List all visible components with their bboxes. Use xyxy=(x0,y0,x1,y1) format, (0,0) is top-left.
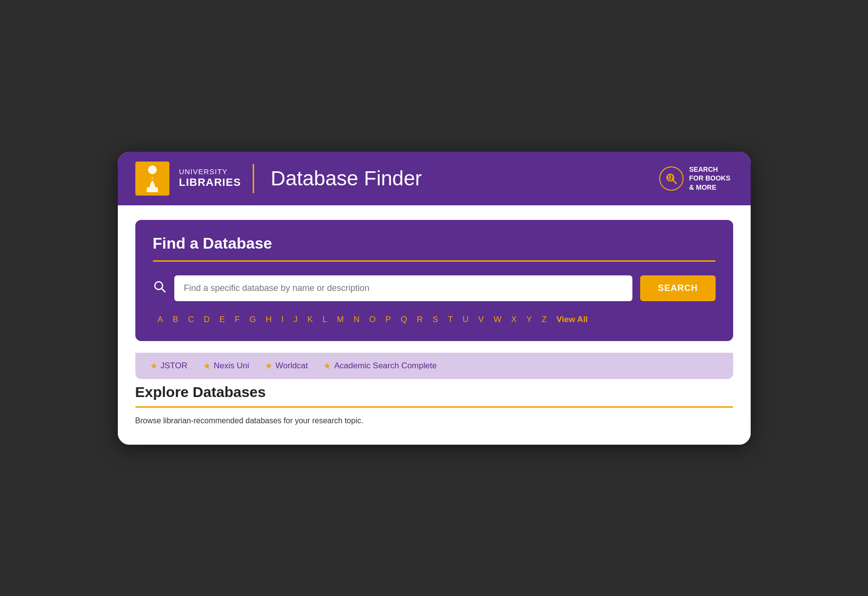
featured-item-label: Worldcat xyxy=(276,361,308,371)
alpha-letter-W[interactable]: W xyxy=(489,313,506,326)
svg-line-2 xyxy=(673,180,676,183)
alpha-letter-G[interactable]: G xyxy=(244,313,260,326)
star-icon: ★ xyxy=(203,361,211,371)
university-logo xyxy=(135,162,169,196)
alpha-letter-D[interactable]: D xyxy=(199,313,214,326)
find-db-divider xyxy=(153,260,716,262)
featured-item-label: Nexis Uni xyxy=(214,361,249,371)
alpha-letter-L[interactable]: L xyxy=(318,313,332,326)
page-title: Database Finder xyxy=(271,167,422,190)
featured-bar: ★JSTOR★Nexis Uni★Worldcat★Academic Searc… xyxy=(135,353,733,379)
main-content: Find a Database SEARCH ABCDEFGHIJKLMNOPQ… xyxy=(118,205,751,445)
university-name-block: UNIVERSITY LIBRARIES xyxy=(179,167,241,189)
alpha-letter-A[interactable]: A xyxy=(153,313,168,326)
alpha-letter-I[interactable]: I xyxy=(277,313,289,326)
svg-rect-5 xyxy=(672,177,673,180)
explore-section: Explore Databases Browse librarian-recom… xyxy=(135,384,733,425)
university-line2: LIBRARIES xyxy=(179,176,241,189)
explore-description: Browse librarian-recommended databases f… xyxy=(135,416,733,425)
alpha-letter-B[interactable]: B xyxy=(168,313,183,326)
find-db-title: Find a Database xyxy=(153,235,716,253)
alpha-letter-J[interactable]: J xyxy=(289,313,303,326)
site-header: UNIVERSITY LIBRARIES Database Finder xyxy=(118,152,751,205)
svg-point-6 xyxy=(155,282,163,289)
alpha-letter-T[interactable]: T xyxy=(443,313,458,326)
header-left: UNIVERSITY LIBRARIES Database Finder xyxy=(135,162,422,196)
svg-rect-3 xyxy=(667,176,668,180)
star-icon: ★ xyxy=(150,361,158,371)
search-button[interactable]: SEARCH xyxy=(640,275,715,301)
alpha-letter-N[interactable]: N xyxy=(349,313,364,326)
alpha-letter-H[interactable]: H xyxy=(261,313,277,326)
search-books-icon xyxy=(659,166,683,191)
search-input[interactable] xyxy=(174,275,633,301)
header-right: SEARCH FOR BOOKS & MORE xyxy=(659,165,733,192)
svg-line-7 xyxy=(162,289,165,292)
alpha-letter-Z[interactable]: Z xyxy=(537,313,552,326)
alpha-letter-P[interactable]: P xyxy=(381,313,396,326)
alpha-letter-K[interactable]: K xyxy=(302,313,317,326)
explore-title: Explore Databases xyxy=(135,384,733,400)
alpha-letter-O[interactable]: O xyxy=(365,313,381,326)
svg-point-0 xyxy=(148,165,157,174)
header-divider xyxy=(253,164,254,193)
university-line1: UNIVERSITY xyxy=(179,167,228,176)
search-books-label[interactable]: SEARCH FOR BOOKS & MORE xyxy=(689,165,733,192)
alpha-letter-M[interactable]: M xyxy=(332,313,349,326)
alpha-letter-E[interactable]: E xyxy=(215,313,230,326)
featured-item-nexis-uni[interactable]: ★Nexis Uni xyxy=(203,361,249,371)
featured-item-worldcat[interactable]: ★Worldcat xyxy=(265,361,308,371)
device-frame: UNIVERSITY LIBRARIES Database Finder xyxy=(118,152,751,445)
alpha-letter-U[interactable]: U xyxy=(458,313,473,326)
alpha-letter-C[interactable]: C xyxy=(183,313,199,326)
explore-divider xyxy=(135,406,733,408)
search-row: SEARCH xyxy=(153,275,716,301)
star-icon: ★ xyxy=(265,361,273,371)
alpha-letter-X[interactable]: X xyxy=(506,313,521,326)
logo-svg xyxy=(142,165,163,192)
featured-item-academic-search-complete[interactable]: ★Academic Search Complete xyxy=(323,361,437,371)
alpha-letter-Y[interactable]: Y xyxy=(521,313,536,326)
alpha-letter-F[interactable]: F xyxy=(230,313,244,326)
alpha-letter-V[interactable]: V xyxy=(474,313,489,326)
star-icon: ★ xyxy=(323,361,331,371)
alphabet-row: ABCDEFGHIJKLMNOPQRSTUVWXYZView All xyxy=(153,313,716,326)
featured-item-label: Academic Search Complete xyxy=(334,361,437,371)
books-search-svg xyxy=(665,172,678,185)
alpha-letter-R[interactable]: R xyxy=(412,313,427,326)
find-db-card: Find a Database SEARCH ABCDEFGHIJKLMNOPQ… xyxy=(135,220,733,341)
alpha-letter-Q[interactable]: Q xyxy=(396,313,412,326)
svg-rect-4 xyxy=(669,175,671,180)
featured-item-jstor[interactable]: ★JSTOR xyxy=(150,361,187,371)
view-all-link[interactable]: View All xyxy=(556,315,588,325)
search-icon xyxy=(153,280,166,297)
featured-item-label: JSTOR xyxy=(161,361,187,371)
alpha-letter-S[interactable]: S xyxy=(428,313,443,326)
